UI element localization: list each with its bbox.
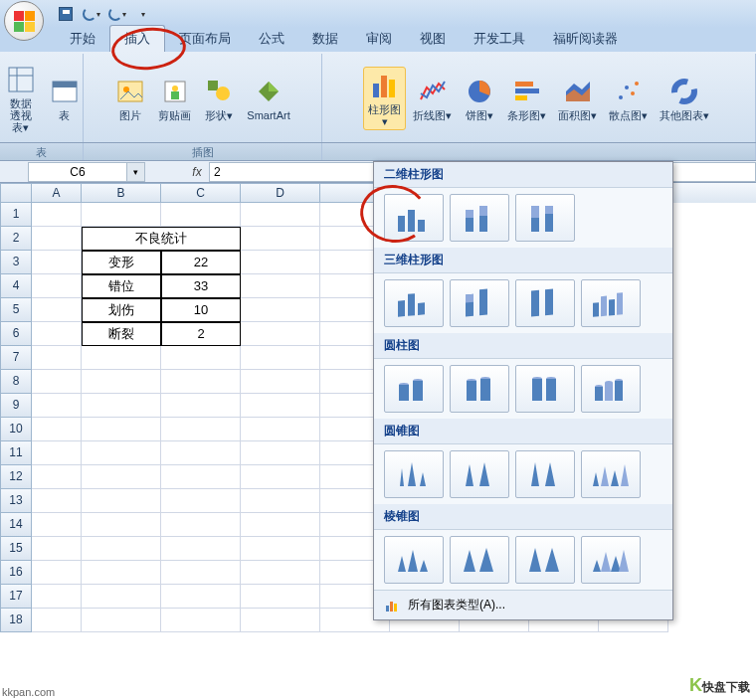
row-header-13[interactable]: 13: [0, 489, 32, 513]
cell[interactable]: [241, 489, 320, 513]
cell[interactable]: [32, 561, 82, 585]
cell[interactable]: [161, 489, 241, 513]
cell[interactable]: [241, 322, 320, 346]
tab-insert[interactable]: 插入: [109, 25, 165, 52]
cell[interactable]: [241, 441, 320, 465]
col-header-a[interactable]: A: [32, 183, 82, 203]
cell[interactable]: [32, 609, 82, 632]
row-header-18[interactable]: 18: [0, 609, 32, 632]
cell[interactable]: [32, 227, 82, 251]
cell[interactable]: [241, 274, 320, 298]
col-header-d[interactable]: D: [241, 183, 320, 203]
chart-option-3d-100-stacked[interactable]: [515, 279, 575, 327]
all-chart-types[interactable]: 所有图表类型(A)...: [374, 590, 672, 619]
col-header-c[interactable]: C: [161, 183, 241, 203]
row-header-16[interactable]: 16: [0, 561, 32, 585]
select-all-corner[interactable]: [0, 183, 32, 203]
cell[interactable]: [161, 418, 241, 441]
cell[interactable]: 22: [161, 251, 241, 274]
cell[interactable]: [161, 203, 241, 227]
chart-option-cylinder-3[interactable]: [515, 365, 575, 413]
chart-option-pyramid-2[interactable]: [450, 536, 509, 584]
cell[interactable]: [241, 609, 320, 632]
shapes-button[interactable]: 形状▾: [198, 73, 240, 124]
row-header-3[interactable]: 3: [0, 251, 32, 274]
redo-button[interactable]: ▾: [105, 3, 129, 25]
cell[interactable]: [161, 394, 241, 418]
cell[interactable]: [82, 441, 161, 465]
cell[interactable]: [241, 251, 320, 274]
cell[interactable]: [161, 370, 241, 394]
cell[interactable]: [241, 537, 320, 561]
cell[interactable]: [241, 346, 320, 370]
cell[interactable]: [32, 513, 82, 537]
cell[interactable]: [82, 370, 161, 394]
col-header-b[interactable]: B: [82, 183, 161, 203]
row-header-10[interactable]: 10: [0, 418, 32, 441]
cell[interactable]: 划伤: [82, 298, 161, 322]
cell[interactable]: [161, 609, 241, 632]
scatter-chart-button[interactable]: 散点图▾: [604, 73, 653, 124]
cell[interactable]: [161, 561, 241, 585]
cell[interactable]: [241, 513, 320, 537]
area-chart-button[interactable]: 面积图▾: [553, 73, 602, 124]
chart-option-pyramid-1[interactable]: [384, 536, 444, 584]
cell[interactable]: [32, 370, 82, 394]
chart-option-3d-stacked[interactable]: [450, 279, 509, 327]
row-header-17[interactable]: 17: [0, 585, 32, 609]
chart-option-100-stacked-column[interactable]: [515, 194, 575, 242]
cell[interactable]: [82, 418, 161, 441]
cell[interactable]: [32, 465, 82, 489]
cell[interactable]: [32, 274, 82, 298]
tab-formulas[interactable]: 公式: [245, 26, 298, 52]
undo-button[interactable]: ▾: [80, 3, 103, 25]
chart-option-cone-4[interactable]: [581, 450, 641, 498]
clipart-button[interactable]: 剪贴画: [153, 73, 196, 124]
cell[interactable]: 错位: [82, 274, 161, 298]
save-button[interactable]: [54, 3, 78, 25]
cell[interactable]: [82, 513, 161, 537]
cell[interactable]: [161, 346, 241, 370]
cell[interactable]: [161, 465, 241, 489]
tab-foxit[interactable]: 福昕阅读器: [539, 26, 632, 52]
chart-option-clustered-column[interactable]: [384, 194, 444, 242]
office-button[interactable]: [4, 1, 44, 41]
line-chart-button[interactable]: 折线图▾: [408, 73, 457, 124]
cell[interactable]: [32, 585, 82, 609]
cell[interactable]: [32, 251, 82, 274]
pie-chart-button[interactable]: 饼图▾: [459, 73, 500, 124]
fx-icon[interactable]: fx: [185, 165, 209, 179]
row-header-12[interactable]: 12: [0, 465, 32, 489]
row-header-2[interactable]: 2: [0, 227, 32, 251]
row-header-15[interactable]: 15: [0, 537, 32, 561]
chart-option-cone-2[interactable]: [450, 450, 509, 498]
cell[interactable]: [32, 298, 82, 322]
cell[interactable]: [241, 203, 320, 227]
chart-option-cone-1[interactable]: [384, 450, 444, 498]
row-header-14[interactable]: 14: [0, 513, 32, 537]
row-header-6[interactable]: 6: [0, 322, 32, 346]
cell[interactable]: [82, 489, 161, 513]
tab-review[interactable]: 审阅: [352, 26, 406, 52]
smartart-button[interactable]: SmartArt: [242, 73, 294, 124]
row-header-4[interactable]: 4: [0, 274, 32, 298]
cell[interactable]: [82, 561, 161, 585]
chart-option-cylinder-4[interactable]: [581, 365, 641, 413]
cell[interactable]: [241, 370, 320, 394]
cell[interactable]: [161, 513, 241, 537]
chart-option-3d-clustered[interactable]: [384, 279, 444, 327]
picture-button[interactable]: 图片: [109, 73, 151, 124]
cell[interactable]: [82, 585, 161, 609]
cell[interactable]: 2: [161, 322, 241, 346]
cell[interactable]: [241, 585, 320, 609]
cell[interactable]: [241, 465, 320, 489]
tab-developer[interactable]: 开发工具: [460, 26, 539, 52]
name-box[interactable]: C6: [28, 162, 127, 182]
cell[interactable]: [161, 585, 241, 609]
chart-option-pyramid-3[interactable]: [515, 536, 575, 584]
cell[interactable]: [32, 322, 82, 346]
cell[interactable]: [32, 489, 82, 513]
cell[interactable]: [241, 298, 320, 322]
row-header-11[interactable]: 11: [0, 441, 32, 465]
cell[interactable]: 断裂: [82, 322, 161, 346]
